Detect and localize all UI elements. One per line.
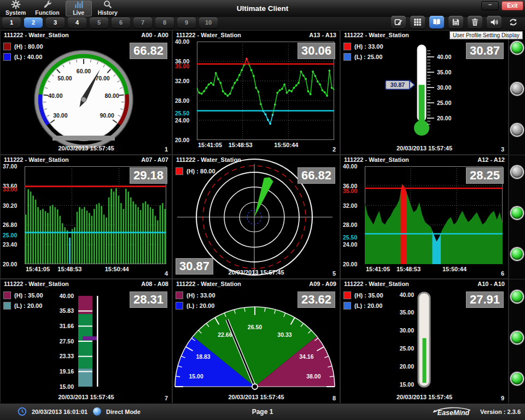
panel-1-radial-gauge[interactable]: 30.0040.0050.0060.0070.0080.0090.0011122… xyxy=(0,30,172,155)
y-axis-label: 24.00 xyxy=(343,241,357,248)
led-strip-separator xyxy=(509,155,525,155)
tab-1[interactable]: 1 xyxy=(2,18,21,28)
panel-address-label: A08 - A08 xyxy=(141,281,168,287)
svg-text:35.00: 35.00 xyxy=(400,309,414,316)
exit-button[interactable]: Exit xyxy=(501,1,523,10)
tab-3[interactable]: 3 xyxy=(46,18,65,28)
y-axis-label: 35.00 xyxy=(175,63,189,69)
panel-number: 3 xyxy=(501,146,504,153)
save-button[interactable] xyxy=(448,16,463,28)
minimize-button[interactable]: – xyxy=(481,1,499,10)
panel-number: 9 xyxy=(501,395,504,401)
panel-address-label: A12 - A12 xyxy=(477,156,505,163)
panel-6-area-chart[interactable]: 40.0036.0035.0032.0028.0025.5024.0020.00… xyxy=(340,155,509,279)
panel-station-label: 111222 - Water_Station xyxy=(4,281,69,287)
panel-station-label: 111222 - Water_Station xyxy=(4,156,69,163)
panel-7-column-gauge[interactable]: 40.0035.8331.6627.5023.3319.1615.0011122… xyxy=(0,279,172,404)
svg-text:40.00: 40.00 xyxy=(48,92,62,99)
tab-8[interactable]: 8 xyxy=(155,18,174,28)
current-value-box: 66.82 xyxy=(298,167,335,184)
grid-layout-button[interactable] xyxy=(410,16,425,28)
legend-color-swatch xyxy=(176,302,183,310)
refresh-button[interactable] xyxy=(506,16,521,28)
current-value-box: 66.82 xyxy=(130,43,167,59)
legend-label: (L) : 40.00 xyxy=(14,54,42,60)
led-indicator-4 xyxy=(511,166,523,178)
panel-address-label: A13 - A13 xyxy=(309,32,336,38)
svg-text:90.00: 90.00 xyxy=(100,112,114,119)
x-axis-label: 15:41:05 xyxy=(26,266,50,272)
led-indicator-6 xyxy=(511,248,523,260)
panel-5-radar[interactable]: 111222 - Water_Station(H) : 80.0066.8230… xyxy=(172,155,340,279)
user-profile-button[interactable] xyxy=(429,16,444,28)
svg-text:38.00: 38.00 xyxy=(306,373,320,380)
panel-9-tube-gauge[interactable]: 40.0035.0030.0025.0020.0015.00111222 - W… xyxy=(340,279,509,404)
tab-row: 12345678910 xyxy=(0,17,525,30)
grid-icon xyxy=(413,18,422,27)
svg-text:40.00: 40.00 xyxy=(400,291,414,298)
refresh-icon xyxy=(509,18,518,27)
svg-text:20.00: 20.00 xyxy=(400,363,414,370)
y-axis-label: 20.00 xyxy=(3,261,17,267)
panel-timestamp: 20/03/2013 15:57:45 xyxy=(352,145,497,151)
brand-logo: EaseMind xyxy=(431,406,475,417)
panel-legend: (H) : 80.00 xyxy=(176,167,215,178)
sound-button[interactable] xyxy=(487,16,501,28)
legend-color-swatch xyxy=(343,291,351,299)
legend-color-swatch xyxy=(176,167,183,175)
panel-number: 6 xyxy=(501,270,504,277)
panel-4-bar-chart[interactable]: 37.0033.6033.0030.2026.8025.0023.4020.00… xyxy=(0,155,172,279)
tab-6[interactable]: 6 xyxy=(112,18,130,28)
panel-legend: (H) : 35.00(L) : 20.00 xyxy=(343,291,383,312)
svg-text:25.00: 25.00 xyxy=(400,345,414,352)
legend-label: (H) : 35.00 xyxy=(14,292,43,299)
current-value-box: 29.18 xyxy=(130,167,167,184)
secondary-value-box: 30.87 xyxy=(176,258,213,275)
panel-station-label: 111222 - Water_Station xyxy=(344,281,409,287)
page-tabs: 12345678910 xyxy=(2,18,218,28)
current-value-box: 30.87 xyxy=(466,43,504,59)
tab-10[interactable]: 10 xyxy=(199,18,218,28)
svg-text:27.50: 27.50 xyxy=(60,338,74,345)
tab-7[interactable]: 7 xyxy=(133,18,152,28)
panel-number: 4 xyxy=(165,270,168,277)
current-value-box: 30.06 xyxy=(298,43,335,59)
tab-9[interactable]: 9 xyxy=(177,18,196,28)
svg-text:15.00: 15.00 xyxy=(189,373,203,380)
panel-8-semi-gauge[interactable]: 15.0018.8322.6626.5030.3334.1638.0011122… xyxy=(172,279,340,404)
delete-button[interactable] xyxy=(468,16,482,28)
panel-legend: (H) : 80.00(L) : 40.00 xyxy=(3,43,43,63)
toolbar xyxy=(391,16,521,28)
panel-grid: 30.0040.0050.0060.0070.0080.0090.0011122… xyxy=(0,30,509,404)
svg-text:31.66: 31.66 xyxy=(60,323,74,329)
panel-station-label: 111222 - Water_Station xyxy=(176,281,241,287)
title-bar: SystemFunctionLiveHistory Ultimate Clien… xyxy=(0,0,525,17)
panel-2-line-chart[interactable]: 40.0036.0035.0032.0028.0025.5024.0020.00… xyxy=(172,30,340,155)
panel-timestamp: 20/03/2013 15:57:45 xyxy=(11,394,161,400)
x-axis-label: 15:50:44 xyxy=(274,142,298,148)
y-axis-label: 24.00 xyxy=(175,117,189,124)
svg-text:70.00: 70.00 xyxy=(95,75,109,81)
panel-timestamp: 20/03/2013 15:57:45 xyxy=(184,394,329,400)
panel-number: 5 xyxy=(332,270,336,277)
panel-timestamp: 20/03/2013 15:57:45 xyxy=(352,394,497,400)
led-strip xyxy=(509,30,525,404)
svg-text:18.83: 18.83 xyxy=(196,353,210,360)
svg-text:40.00: 40.00 xyxy=(60,293,74,299)
edit-display-button[interactable] xyxy=(391,16,406,28)
brand-text: EaseMind xyxy=(438,409,470,417)
panel-3-thermometer[interactable]: 40.0035.0030.0025.0020.0030.87111222 - W… xyxy=(340,30,509,155)
trash-icon xyxy=(470,18,480,27)
led-indicator-3 xyxy=(511,124,523,136)
legend-color-swatch xyxy=(3,302,11,310)
led-indicator-7 xyxy=(511,291,523,302)
svg-text:30.00: 30.00 xyxy=(437,84,451,91)
tab-4[interactable]: 4 xyxy=(68,18,86,28)
tab-5[interactable]: 5 xyxy=(90,18,108,28)
panel-legend: (H) : 33.00(L) : 20.00 xyxy=(176,291,215,312)
svg-text:15.00: 15.00 xyxy=(400,381,414,388)
legend-label: (H) : 80.00 xyxy=(186,168,215,174)
svg-text:30.87: 30.87 xyxy=(390,81,405,88)
y-axis-label: 40.00 xyxy=(175,38,189,45)
tab-2[interactable]: 2 xyxy=(24,18,43,28)
